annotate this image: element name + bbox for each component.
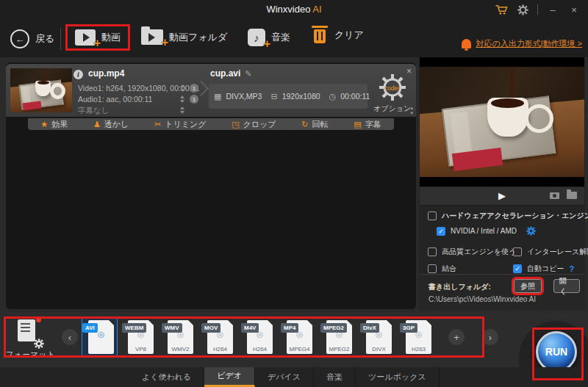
format-ext-badge: WMV xyxy=(162,323,182,333)
app-name-suffix: AI xyxy=(312,4,321,15)
video-thumbnail xyxy=(10,68,72,112)
edit-tab[interactable]: ▤ 字幕 xyxy=(354,119,381,130)
open-folder-icon[interactable] xyxy=(567,192,577,199)
add-format-button[interactable]: + xyxy=(448,329,465,345)
back-label: 戻る xyxy=(35,32,54,46)
edit-tab[interactable]: ★ 効果 xyxy=(40,119,68,130)
scroll-left-button[interactable]: ‹ xyxy=(62,329,78,345)
add-video-label: 動画 xyxy=(101,31,121,44)
close-button[interactable]: × xyxy=(567,3,581,16)
format-card[interactable]: ⊛ H264 M4V xyxy=(241,318,276,356)
gpu-label: NVIDIA / Intel / AMD xyxy=(451,227,517,235)
snapshot-camera-icon[interactable] xyxy=(550,192,559,199)
open-button[interactable]: 開く xyxy=(553,279,580,293)
format-card[interactable]: ⊛ MPEG4 MP4 xyxy=(281,318,315,356)
category-tab[interactable]: デバイス xyxy=(255,367,314,387)
audio-track-selector-icon[interactable] xyxy=(179,95,185,103)
output-file-name: cup.avi xyxy=(210,68,240,79)
browse-button[interactable]: 参照 xyxy=(514,279,542,293)
format-bar: フォーマット ‹ ⊛ AVI ⊛ VP8 WEBM xyxy=(0,312,588,367)
output-codec: DIVX,MP3 xyxy=(226,92,262,101)
format-codec-label: H264 xyxy=(207,346,233,352)
add-music-button[interactable]: ♪+ 音楽 xyxy=(248,29,290,46)
edit-tab[interactable]: ◳ クロップ xyxy=(232,119,276,130)
format-card[interactable]: ⊛ DIVX DivX xyxy=(360,318,395,356)
video-track-selector-icon[interactable] xyxy=(179,84,185,92)
back-arrow-icon: ← xyxy=(10,29,29,48)
format-ext-badge: M4V xyxy=(241,323,259,333)
edit-tab-label: 回転 xyxy=(312,119,329,130)
auto-copy-row: ✓ 自動コピー ? xyxy=(513,264,574,274)
output-info-box: ▦ DIVX,MP3 ⊟ 1920x1080 ◷ 00:00:11 xyxy=(209,84,368,109)
edit-tab[interactable]: ✂ トリミング xyxy=(154,119,207,130)
codec-icon: ▦ xyxy=(214,92,221,101)
supported-formats-link[interactable]: 対応の入出力形式|動作環境 > xyxy=(462,38,582,49)
folder-plus-icon: + xyxy=(141,29,163,45)
category-tab[interactable]: ビデオ xyxy=(204,367,255,387)
back-button[interactable]: ← 戻る xyxy=(10,29,54,48)
source-file-name: cup.mp4 xyxy=(88,68,124,79)
format-card[interactable]: ⊛ WMV2 WMV xyxy=(162,318,196,356)
rotate-icon: ↻ xyxy=(301,120,308,129)
subtitle-track-info: 字幕なし xyxy=(78,106,110,116)
hw-accel-row: ハードウェアアクセラレーション・エンジン: xyxy=(428,211,588,221)
format-codec-label: DIVX xyxy=(366,346,392,352)
category-tab[interactable]: よく使われる xyxy=(129,367,204,387)
add-music-label: 音楽 xyxy=(271,31,290,44)
resolution-icon: ⊟ xyxy=(270,92,277,101)
info-icon: i xyxy=(74,70,83,79)
output-resolution: 1920x1080 xyxy=(282,92,320,101)
edit-tab-label: クロップ xyxy=(243,119,276,130)
format-card[interactable]: ⊛ MPEG2 MPEG2 xyxy=(320,318,355,356)
merge-checkbox[interactable] xyxy=(428,264,437,273)
run-button[interactable]: RUN xyxy=(536,331,577,372)
bell-icon xyxy=(462,39,471,48)
merge-row: 結合 xyxy=(428,264,456,274)
thumbnail-image xyxy=(10,68,72,112)
format-card[interactable]: ⊛ VP8 WEBM xyxy=(122,318,157,356)
hw-accel-checkbox[interactable] xyxy=(428,211,437,220)
deinterlace-row: インターレース解除 xyxy=(513,247,588,257)
edit-tab-label: 透かし xyxy=(104,119,129,130)
card-collapse-icons[interactable]: ▴▾ xyxy=(410,105,413,115)
deinterlace-checkbox[interactable] xyxy=(513,247,522,256)
add-video-folder-button[interactable]: + 動画フォルダ xyxy=(141,29,227,45)
format-ext-badge: AVI xyxy=(82,323,98,333)
file-list-panel: i cup.mp4 Video1: h264, 1920x1080, 00:00… xyxy=(6,62,416,309)
format-card[interactable]: ⊛ H264 MOV xyxy=(201,318,236,356)
hw-accel-label: ハードウェアアクセラレーション・エンジン: xyxy=(442,211,588,221)
gpu-settings-gear-icon[interactable] xyxy=(526,226,536,236)
edit-tab[interactable]: ♟ 透かし xyxy=(93,119,129,130)
cart-icon[interactable] xyxy=(495,3,508,16)
output-duration: 00:00:11 xyxy=(340,92,370,101)
play-button[interactable]: ▶ xyxy=(498,190,506,201)
scroll-right-button[interactable]: › xyxy=(482,329,498,345)
minimize-button[interactable]: – xyxy=(546,3,559,16)
video-preview xyxy=(420,57,584,187)
add-video-button[interactable]: + 動画 xyxy=(68,26,128,48)
category-tab[interactable]: ツールボックス xyxy=(356,367,440,387)
help-link-text[interactable]: 対応の入出力形式|動作環境 > xyxy=(476,38,582,49)
edit-pencil-icon[interactable]: ✎ xyxy=(245,69,251,79)
edit-tab[interactable]: ↻ 回転 xyxy=(301,119,328,130)
preview-controls: ▶ xyxy=(420,187,584,206)
audio-track-count: 1 xyxy=(190,95,198,104)
high-quality-checkbox[interactable] xyxy=(428,247,437,256)
preview-image xyxy=(420,67,584,177)
format-card[interactable]: ⊛ H263 3GP xyxy=(400,318,434,356)
subtitle-selector-icon[interactable] xyxy=(179,106,185,114)
file-card: i cup.mp4 Video1: h264, 1920x1080, 00:00… xyxy=(6,64,416,117)
format-settings-button[interactable] xyxy=(18,319,43,347)
auto-copy-checkbox[interactable]: ✓ xyxy=(513,264,522,273)
help-question-icon[interactable]: ? xyxy=(569,264,574,273)
svg-text:codec: codec xyxy=(384,84,401,92)
export-folder-path: C:\Users\pc\Videos\Winxvideo AI xyxy=(429,295,536,303)
gpu-checkbox[interactable]: ✓ xyxy=(437,227,445,236)
format-card[interactable]: ⊛ AVI xyxy=(82,318,117,356)
codec-options-button[interactable]: codec xyxy=(378,73,407,102)
settings-gear-icon[interactable] xyxy=(516,3,529,16)
high-quality-row: 高品質エンジンを使う xyxy=(428,247,516,257)
clear-button[interactable]: クリア xyxy=(314,26,364,43)
remove-file-icon[interactable]: × xyxy=(406,66,412,76)
category-tab[interactable]: 音楽 xyxy=(314,367,356,387)
